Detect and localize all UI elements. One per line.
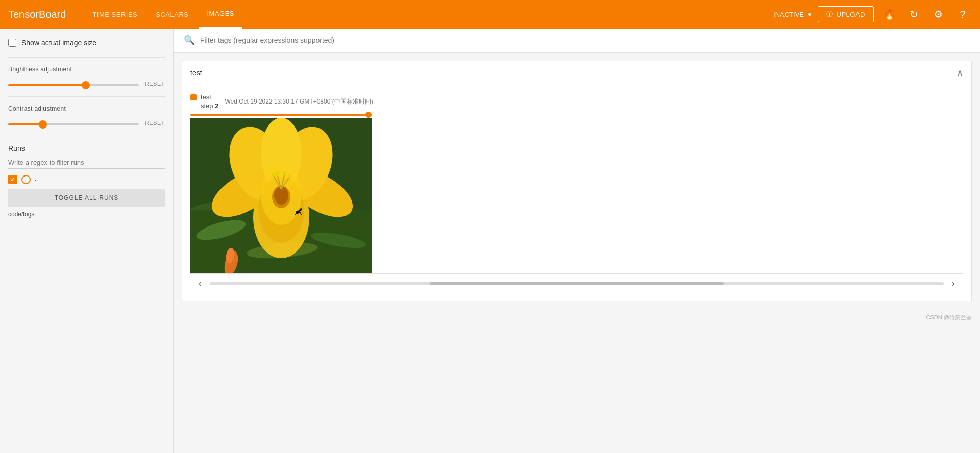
image-panel-header: test step 2 Wed Oct 19 2022 13:30:17 GMT… bbox=[190, 93, 963, 110]
image-scrubber[interactable] bbox=[190, 114, 963, 116]
svg-point-23 bbox=[288, 175, 291, 178]
image-tag: test bbox=[201, 93, 218, 101]
upload-label: UPLOAD bbox=[837, 11, 865, 18]
settings-icon[interactable]: ⚙ bbox=[929, 5, 947, 23]
svg-point-21 bbox=[275, 172, 279, 176]
show-actual-size-checkbox[interactable] bbox=[8, 39, 16, 47]
help-icon[interactable]: ? bbox=[953, 5, 972, 23]
brightness-label: Brightness adjustment bbox=[8, 66, 165, 73]
checkmark-icon: ✓ bbox=[10, 176, 15, 183]
card-container: test ∧ test step 2 bbox=[174, 53, 980, 310]
brightness-slider[interactable] bbox=[8, 84, 139, 86]
card-title: test bbox=[190, 69, 202, 77]
runs-section: Runs ✓ · TOGGLE ALL RUNS code/logs bbox=[8, 144, 165, 218]
runs-filter-input[interactable] bbox=[8, 157, 165, 169]
upload-button[interactable]: ⓘ UPLOAD bbox=[818, 6, 874, 22]
run-item: ✓ · bbox=[8, 175, 165, 184]
topbar-right: INACTIVE ▾ ⓘ UPLOAD 🔥 ↻ ⚙ ? bbox=[773, 5, 972, 23]
svg-point-27 bbox=[300, 208, 302, 210]
svg-point-24 bbox=[272, 173, 275, 177]
contrast-slider[interactable] bbox=[8, 123, 139, 125]
contrast-reset-button[interactable]: RESET bbox=[145, 120, 165, 126]
run-radio[interactable] bbox=[21, 175, 31, 184]
refresh-icon[interactable]: ↻ bbox=[904, 5, 923, 23]
nav-scalars[interactable]: SCALARS bbox=[148, 0, 197, 29]
status-label: INACTIVE bbox=[773, 11, 804, 18]
svg-point-22 bbox=[283, 171, 287, 175]
footer-text: CSDN @竹清兰香 bbox=[926, 314, 972, 320]
run-checkbox[interactable]: ✓ bbox=[8, 175, 17, 184]
divider-3 bbox=[8, 136, 165, 136]
sidebar: Show actual image size Brightness adjust… bbox=[0, 29, 174, 453]
contrast-slider-container bbox=[8, 118, 139, 128]
contrast-section: Contrast adjustment RESET bbox=[8, 105, 165, 128]
footer: CSDN @竹清兰香 bbox=[174, 310, 980, 325]
image-card: test ∧ test step 2 bbox=[182, 61, 972, 301]
nav-images[interactable]: IMAGES bbox=[199, 0, 242, 29]
fire-icon[interactable]: 🔥 bbox=[880, 5, 898, 23]
step-value: 2 bbox=[215, 102, 218, 110]
scrollbar-thumb bbox=[430, 282, 723, 285]
main-layout: Show actual image size Brightness adjust… bbox=[0, 29, 980, 453]
flower-image bbox=[190, 118, 372, 273]
step-indicator bbox=[190, 94, 197, 100]
step-label: step bbox=[201, 102, 213, 110]
filter-bar: 🔍 bbox=[174, 29, 980, 53]
filter-tags-input[interactable] bbox=[200, 36, 970, 44]
image-nav: ‹ › bbox=[190, 273, 963, 293]
upload-icon: ⓘ bbox=[826, 10, 834, 19]
contrast-label: Contrast adjustment bbox=[8, 105, 165, 112]
toggle-all-runs-button[interactable]: TOGGLE ALL RUNS bbox=[8, 189, 165, 207]
card-header: test ∧ bbox=[182, 61, 971, 85]
content-area: 🔍 test ∧ test bbox=[174, 29, 980, 453]
image-scrollbar[interactable] bbox=[210, 282, 944, 285]
next-image-button[interactable]: › bbox=[948, 276, 959, 291]
contrast-row: RESET bbox=[8, 118, 165, 128]
show-actual-size-label: Show actual image size bbox=[21, 39, 96, 47]
brightness-row: RESET bbox=[8, 79, 165, 88]
topbar: TensorBoard TIME SERIES SCALARS IMAGES I… bbox=[0, 0, 980, 29]
card-collapse-button[interactable]: ∧ bbox=[957, 67, 963, 79]
brightness-slider-container bbox=[8, 79, 139, 88]
search-icon: 🔍 bbox=[184, 35, 195, 46]
top-nav: TIME SERIES SCALARS IMAGES bbox=[84, 0, 761, 29]
image-tag-info: test step 2 bbox=[201, 93, 218, 110]
scrubber-bar bbox=[190, 114, 372, 116]
status-dropdown[interactable]: INACTIVE ▾ bbox=[773, 11, 812, 18]
brightness-reset-button[interactable]: RESET bbox=[145, 81, 165, 87]
divider-1 bbox=[8, 57, 165, 58]
prev-image-button[interactable]: ‹ bbox=[194, 276, 206, 291]
dropdown-arrow-icon: ▾ bbox=[808, 11, 812, 18]
logo: TensorBoard bbox=[8, 9, 66, 20]
image-step: step 2 bbox=[201, 102, 218, 110]
runs-header: Runs bbox=[8, 144, 165, 153]
run-dot-label: · bbox=[35, 176, 37, 184]
divider-2 bbox=[8, 96, 165, 97]
brightness-section: Brightness adjustment RESET bbox=[8, 66, 165, 88]
image-panel: test step 2 Wed Oct 19 2022 13:30:17 GMT… bbox=[182, 85, 971, 301]
image-timestamp: Wed Oct 19 2022 13:30:17 GMT+0800 (中国标准时… bbox=[225, 97, 373, 106]
run-name: code/logs bbox=[8, 211, 165, 218]
show-actual-size-section: Show actual image size bbox=[8, 39, 165, 47]
scrubber-thumb bbox=[365, 112, 372, 118]
nav-time-series[interactable]: TIME SERIES bbox=[84, 0, 145, 29]
